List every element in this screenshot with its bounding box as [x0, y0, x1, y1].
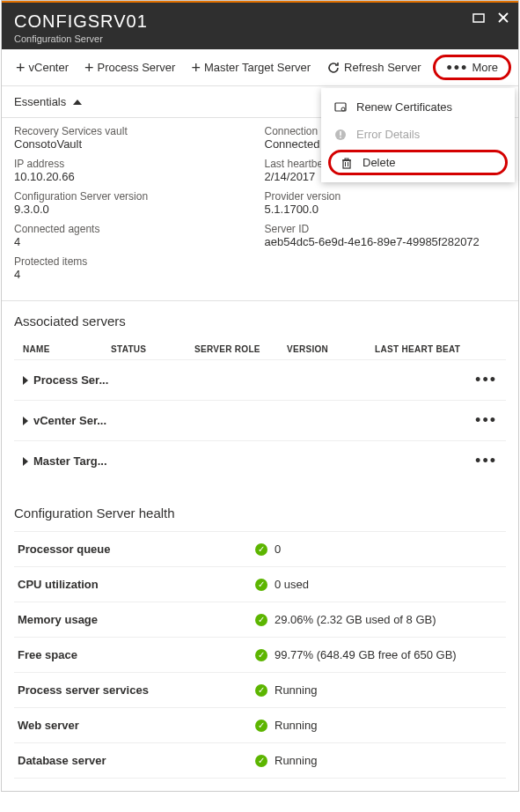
health-row: Free space ✓ 99.77% (648.49 GB free of 6…: [14, 638, 506, 673]
expand-icon: [23, 417, 28, 425]
health-label: CPU utilization: [18, 578, 255, 591]
essentials-label: Essentials: [14, 95, 66, 108]
col-name: NAME: [23, 344, 111, 354]
protected-key: Protected items: [14, 255, 256, 268]
health-label: Process server services: [18, 683, 255, 697]
health-value: Running: [275, 683, 317, 697]
add-vcenter-button[interactable]: + vCenter: [9, 55, 76, 79]
associated-header-row: NAME STATUS SERVER ROLE VERSION LAST HEA…: [14, 339, 506, 359]
col-version: VERSION: [287, 344, 375, 354]
more-button[interactable]: ••• More: [433, 55, 511, 80]
maximize-icon[interactable]: [472, 11, 485, 24]
refresh-server-button[interactable]: Refresh Server: [319, 55, 428, 80]
add-process-server-button[interactable]: + Process Server: [77, 55, 182, 79]
csversion-key: Configuration Server version: [14, 190, 256, 203]
col-heartbeat: LAST HEART BEAT: [375, 344, 497, 354]
health-value: Running: [275, 719, 317, 732]
row-actions-icon[interactable]: •••: [475, 371, 497, 389]
ip-value: 10.10.20.66: [14, 170, 256, 183]
error-icon: [333, 129, 348, 141]
svg-rect-3: [335, 103, 346, 111]
server-title: CONFIGSRV01: [14, 11, 506, 32]
error-details-item: Error Details: [321, 121, 515, 148]
chevron-up-icon: [73, 100, 82, 105]
provider-key: Provider version: [265, 190, 507, 203]
refresh-label: Refresh Server: [344, 61, 421, 74]
more-label: More: [472, 61, 498, 74]
health-title: Configuration Server health: [14, 506, 506, 520]
agents-value: 4: [14, 235, 256, 248]
row-actions-icon[interactable]: •••: [475, 411, 497, 430]
renew-certificates-item[interactable]: Renew Certificates: [321, 93, 515, 121]
svg-rect-6: [340, 131, 341, 136]
col-status: STATUS: [111, 344, 194, 354]
serverid-key: Server ID: [265, 223, 507, 235]
delete-label: Delete: [363, 156, 396, 169]
delete-item[interactable]: Delete: [328, 150, 508, 175]
health-label: Free space: [18, 648, 255, 661]
add-master-target-button[interactable]: + Master Target Server: [184, 55, 318, 79]
certificate-icon: [333, 101, 348, 114]
status-ok-icon: ✓: [255, 579, 267, 591]
status-ok-icon: ✓: [255, 543, 267, 556]
vault-value: ConsotoVault: [14, 137, 256, 151]
plus-icon: +: [191, 63, 201, 73]
vault-key: Recovery Services vault: [14, 125, 256, 137]
associated-server-row[interactable]: vCenter Ser... •••: [14, 400, 506, 440]
master-target-label: Master Target Server: [204, 61, 311, 74]
health-row: Processor queue ✓ 0: [14, 531, 506, 567]
vcenter-label: vCenter: [29, 61, 70, 74]
plus-icon: +: [84, 63, 94, 73]
command-bar: + vCenter + Process Server + Master Targ…: [2, 49, 518, 86]
health-label: Memory usage: [18, 613, 255, 626]
serverid-value: aeb54dc5-6e9d-4e16-89e7-49985f282072: [265, 235, 507, 248]
associated-servers-section: Associated servers NAME STATUS SERVER RO…: [2, 301, 518, 493]
svg-rect-7: [340, 137, 341, 138]
health-label: Web server: [18, 719, 255, 732]
close-icon[interactable]: [497, 11, 509, 24]
health-section: Configuration Server health Processor qu…: [2, 493, 518, 791]
expand-icon: [23, 376, 28, 385]
server-row-name: Process Ser...: [33, 373, 108, 387]
health-label: Processor queue: [18, 543, 255, 556]
row-actions-icon[interactable]: •••: [475, 452, 497, 470]
health-value: 99.77% (648.49 GB free of 650 GB): [275, 648, 457, 661]
health-row: Web server ✓ Running: [14, 708, 506, 743]
health-row: CPU utilization ✓ 0 used: [14, 567, 506, 602]
trash-icon: [340, 157, 354, 169]
server-subtitle: Configuration Server: [14, 33, 506, 44]
protected-value: 4: [14, 268, 256, 281]
health-label: Database server: [18, 754, 255, 767]
ellipsis-icon: •••: [446, 64, 468, 71]
health-row: Database server ✓ Running: [14, 743, 506, 779]
status-ok-icon: ✓: [255, 755, 267, 767]
svg-rect-8: [343, 160, 350, 168]
server-row-name: vCenter Ser...: [33, 414, 106, 427]
associated-server-row[interactable]: Process Ser... •••: [14, 359, 506, 400]
server-row-name: Master Targ...: [33, 454, 107, 468]
associated-title: Associated servers: [14, 314, 506, 328]
svg-rect-12: [345, 159, 348, 160]
refresh-icon: [326, 61, 341, 75]
status-ok-icon: ✓: [255, 720, 267, 732]
health-value: 29.06% (2.32 GB used of 8 GB): [275, 613, 436, 626]
error-label: Error Details: [356, 128, 420, 141]
health-row: Process server services ✓ Running: [14, 673, 506, 708]
health-value: 0: [275, 543, 281, 556]
csversion-value: 9.3.0.0: [14, 203, 256, 216]
renew-label: Renew Certificates: [356, 100, 452, 114]
col-role: SERVER ROLE: [194, 344, 287, 354]
more-dropdown: Renew Certificates Error Details Delete: [321, 88, 515, 182]
associated-server-row[interactable]: Master Targ... •••: [14, 440, 506, 481]
status-ok-icon: ✓: [255, 649, 267, 661]
agents-key: Connected agents: [14, 223, 256, 235]
blade-header: CONFIGSRV01 Configuration Server: [2, 1, 518, 49]
provider-value: 5.1.1700.0: [265, 203, 507, 216]
health-value: 0 used: [275, 578, 309, 591]
health-row: Memory usage ✓ 29.06% (2.32 GB used of 8…: [14, 602, 506, 638]
status-ok-icon: ✓: [255, 614, 267, 626]
ip-key: IP address: [14, 158, 256, 170]
health-value: Running: [275, 754, 317, 767]
expand-icon: [23, 457, 28, 466]
svg-rect-0: [473, 14, 484, 22]
